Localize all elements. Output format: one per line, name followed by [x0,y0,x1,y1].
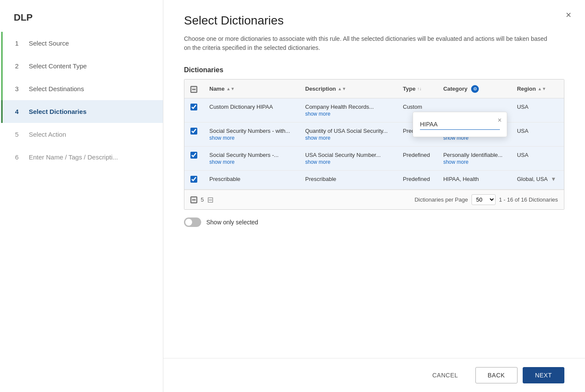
region-sort-icon: ▲▼ [538,86,546,91]
row3-desc-cell: USA Social Security Number... show more [299,147,397,171]
row2-show-more-desc[interactable]: show more [305,135,391,141]
row2-desc-cell: Quantity of USA Social Security... show … [299,122,397,147]
th-region[interactable]: Region ▲▼ [511,80,564,98]
footer-left: 5 ⊟ [190,195,214,205]
row3-show-more-desc[interactable]: show more [305,159,391,165]
bottom-bar: CANCEL BACK NEXT [163,358,585,392]
th-type[interactable]: Type ↑↓ [397,80,437,98]
row4-region-expand[interactable]: ▼ [551,176,556,182]
row2-show-more-name[interactable]: show more [209,135,293,141]
row4-region-cell: Global, USA ▼ [511,171,564,190]
row1-name-cell: Custom Dictionary HIPAA [203,98,299,122]
sidebar-step-5[interactable]: 5 Select Action [0,123,163,146]
step-label-3: Select Destinations [29,85,84,92]
th-category[interactable]: Category ⊙ [437,80,511,98]
row3-type-cell: Predefined [397,147,437,171]
app-title: DLP [0,0,163,32]
row3-desc: USA Social Security Number... [305,152,381,158]
row4-checkbox[interactable] [190,176,197,183]
category-filter-icon[interactable]: ⊙ [471,85,479,93]
sidebar-step-1[interactable]: 1 Select Source [0,32,163,55]
row4-category: HIPAA, Health [443,176,479,182]
close-button[interactable]: × [566,10,571,20]
row3-name: Social Security Numbers -... [209,152,279,158]
main-content: × Select Dictionaries Choose one or more… [163,0,585,392]
row3-region-cell: USA [511,147,564,171]
step-num-5: 5 [15,131,23,138]
back-button[interactable]: BACK [475,367,518,383]
step-num-6: 6 [15,153,23,161]
row3-category: Personally Identifiable... [443,152,502,158]
row1-desc-cell: Company Health Records... show more [299,98,397,122]
step-label-4: Select Dictionaries [29,108,86,115]
row3-show-more-name[interactable]: show more [209,159,293,165]
row2-region: USA [517,128,529,134]
step-list: 1 Select Source 2 Select Content Type 3 … [0,32,163,168]
row1-checkbox-cell [184,98,203,122]
row4-checkbox-cell [184,171,203,190]
cancel-button[interactable]: CANCEL [420,368,470,383]
row4-type: Predefined [403,176,430,182]
step-label-6: Enter Name / Tags / Descripti... [29,153,118,161]
step-num-4: 4 [15,108,23,115]
toggle-row: Show only selected [184,217,564,227]
header-checkbox[interactable] [190,86,197,93]
dictionaries-table-wrapper: Name ▲▼ Description ▲▼ T [184,79,564,210]
sidebar-step-6[interactable]: 6 Enter Name / Tags / Descripti... [0,146,163,168]
row4-region: Global, USA [517,176,548,182]
popup-close-button[interactable]: × [498,116,502,124]
row4-name: Prescribable [209,176,240,182]
th-description[interactable]: Description ▲▼ [299,80,397,98]
row3-name-cell: Social Security Numbers -... show more [203,147,299,171]
show-only-selected-toggle[interactable] [184,217,201,227]
row1-desc: Company Health Records... [305,104,374,110]
row4-category-cell: HIPAA, Health [437,171,511,190]
page-title: Select Dictionaries [184,14,564,28]
toggle-slider [184,217,201,227]
per-page-select[interactable]: 50 25 100 [472,194,496,205]
table-body: Custom Dictionary HIPAA Company Health R… [184,98,564,190]
step-num-3: 3 [15,85,23,92]
type-sort-icon: ↑↓ [417,86,422,91]
table-footer: 5 ⊟ Dictionaries per Page 50 25 100 1 - … [184,190,564,209]
row2-desc: Quantity of USA Social Security... [305,128,388,134]
sidebar-step-3[interactable]: 3 Select Destinations [0,77,163,100]
row4-type-cell: Predefined [397,171,437,190]
row1-name: Custom Dictionary HIPAA [209,104,273,110]
table-header: Name ▲▼ Description ▲▼ T [184,80,564,98]
row3-region: USA [517,152,529,158]
row4-desc-cell: Prescribable [299,171,397,190]
footer-rows-icon: ⊟ [207,195,214,205]
row1-type: Custom [403,104,422,110]
pagination-info: 1 - 16 of 16 Dictionaries [499,196,558,203]
step-label-5: Select Action [29,131,66,138]
toggle-label: Show only selected [206,219,258,226]
row4-desc: Prescribable [305,176,336,182]
table-row: Prescribable Prescribable Predefined HIP… [184,171,564,190]
per-page-label: Dictionaries per Page [414,196,468,203]
th-checkbox [184,80,203,98]
footer-partial-checkbox[interactable] [190,196,197,203]
row3-checkbox[interactable] [190,152,197,159]
name-sort-icon: ▲▼ [226,86,235,91]
row3-type: Predefined [403,152,430,158]
row1-region: USA [517,104,529,110]
row3-show-more-cat[interactable]: show more [443,159,505,165]
sidebar-step-4[interactable]: 4 Select Dictionaries [0,100,163,123]
description-sort-icon: ▲▼ [338,86,346,91]
step-num-1: 1 [15,40,23,47]
row1-checkbox[interactable] [190,104,197,110]
row4-name-cell: Prescribable [203,171,299,190]
row2-checkbox-cell [184,122,203,147]
row1-show-more-desc[interactable]: show more [305,111,391,117]
sidebar-step-2[interactable]: 2 Select Content Type [0,55,163,77]
row3-category-cell: Personally Identifiable... show more [437,147,511,171]
row2-checkbox[interactable] [190,128,197,135]
step-num-2: 2 [15,62,23,70]
next-button[interactable]: NEXT [523,367,564,383]
category-filter-input[interactable] [420,119,500,130]
th-name[interactable]: Name ▲▼ [203,80,299,98]
footer-right: Dictionaries per Page 50 25 100 1 - 16 o… [414,194,558,205]
step-label-1: Select Source [29,40,69,47]
row1-region-cell: USA [511,98,564,122]
